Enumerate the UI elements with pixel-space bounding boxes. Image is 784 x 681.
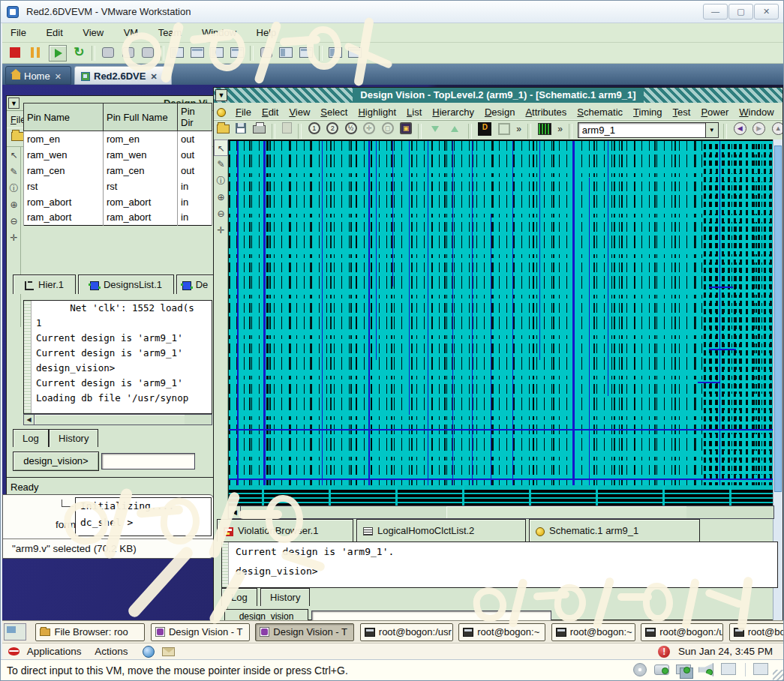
fullscreen-button[interactable] [329, 47, 342, 58]
taskbar-terminal-home-3[interactable]: root@bogon:~ [729, 623, 783, 641]
power-off-button[interactable] [6, 45, 23, 60]
menu-hierarchy[interactable]: Hierarchy [427, 104, 479, 120]
pan-icon[interactable]: ✛ [363, 122, 375, 134]
zoom-full-icon[interactable]: 1 [308, 122, 320, 134]
menu-edit[interactable]: Edit [38, 23, 71, 43]
menu-view[interactable]: View [74, 23, 112, 43]
menu-select[interactable]: Select [315, 104, 353, 120]
power-on-button[interactable] [49, 45, 67, 62]
scrollbar-thumb[interactable] [446, 506, 686, 518]
menu-file[interactable]: File [230, 104, 257, 120]
close-button[interactable]: ✕ [754, 4, 779, 20]
tab-home-close-icon[interactable]: ✕ [55, 72, 62, 81]
tab-hier[interactable]: Hier.1 [13, 274, 76, 294]
scroll-left-icon[interactable]: ◀ [24, 415, 35, 424]
forward-nav-icon[interactable]: ▶ [752, 122, 765, 135]
scrollbar-thumb[interactable] [35, 415, 185, 424]
zoom-out-icon[interactable]: ⊖ [7, 213, 21, 230]
table-row[interactable]: ram_cenram_cenout [24, 163, 212, 178]
zoom-in-icon[interactable]: ⊕ [7, 196, 21, 213]
workspace-switcher[interactable] [4, 623, 26, 640]
menu-view[interactable]: View [284, 104, 315, 120]
col-pin-full-name[interactable]: Pin Full Name [104, 104, 178, 131]
appliance-view-button[interactable] [230, 47, 244, 58]
message-log-icon[interactable] [753, 663, 768, 675]
email-icon[interactable] [162, 647, 175, 656]
info-icon[interactable]: ⓘ [214, 172, 228, 189]
waveform-icon[interactable] [538, 123, 551, 135]
command-input[interactable] [101, 453, 195, 470]
scrollbar-thumb[interactable] [774, 146, 782, 492]
up-nav-icon[interactable]: ▲ [772, 122, 782, 135]
snapshot-button[interactable] [102, 47, 114, 58]
tab-schematic-active[interactable]: Schematic.1 arm9_1 [529, 519, 700, 542]
move-up-icon[interactable] [448, 123, 461, 135]
zoom-half-icon[interactable]: ½ [345, 122, 357, 134]
front-window-titlebar[interactable]: Design Vision - TopLevel.2 (arm9_1) - [S… [214, 88, 782, 103]
console-view-button[interactable] [191, 47, 204, 58]
revert-button[interactable] [122, 47, 134, 58]
menu-design[interactable]: Design [479, 104, 520, 120]
table-row[interactable]: rom_enrom_enout [24, 131, 212, 147]
taskbar-file-browser[interactable]: File Browser: roo [35, 623, 145, 641]
tab-log[interactable]: Log [221, 588, 257, 606]
maximize-button[interactable]: ▢ [728, 4, 753, 20]
back-log-hscrollbar[interactable]: ◀ [23, 414, 212, 425]
edit-pencil-icon[interactable]: ✎ [7, 164, 21, 180]
pan-hand-icon[interactable]: ✛ [214, 222, 228, 238]
toolbar-overflow-icon[interactable]: » [557, 121, 563, 137]
paste-icon[interactable] [282, 122, 292, 134]
zoom-in-icon[interactable]: ⊕ [214, 189, 228, 206]
unity-button[interactable] [260, 47, 272, 58]
edit-pencil-icon[interactable]: ✎ [214, 156, 228, 172]
back-window-menu-button[interactable]: ▼ [8, 98, 20, 109]
tab-log[interactable]: Log [13, 429, 49, 447]
toolbar-overflow-icon[interactable]: » [516, 121, 521, 137]
scroll-left-icon[interactable]: ◀ [229, 506, 241, 518]
taskbar-terminal-usr[interactable]: root@bogon:/usr [360, 623, 453, 641]
chevron-down-icon[interactable]: ▼ [705, 123, 718, 137]
resize-grip[interactable] [773, 670, 783, 680]
pane-splitter[interactable] [24, 301, 32, 413]
minimize-button[interactable]: — [703, 4, 728, 20]
menu-edit[interactable]: Edit [257, 104, 284, 120]
menu-power[interactable]: Power [695, 104, 734, 120]
pane-splitter[interactable] [222, 542, 229, 587]
taskbar-design-vision-2-active[interactable]: Design Vision - T [255, 623, 354, 641]
select-cursor-icon[interactable]: ↖ [214, 140, 228, 156]
info-icon[interactable]: ⓘ [7, 180, 21, 196]
taskbar-terminal-home-2[interactable]: root@bogon:~ [551, 623, 635, 641]
tab-vm-close-icon[interactable]: ✕ [150, 72, 157, 81]
harddisk-icon[interactable] [654, 664, 669, 675]
quick-switch-button[interactable] [348, 47, 362, 58]
pan-hand-icon[interactable]: ✛ [7, 230, 21, 246]
schematic-canvas[interactable] [228, 140, 774, 506]
menu-schematic[interactable]: Schematic [572, 104, 628, 120]
back-nav-icon[interactable]: ◀ [734, 122, 746, 135]
capture-screen-button[interactable] [279, 47, 293, 58]
cdrom-icon[interactable] [633, 663, 647, 676]
menu-attributes[interactable]: Attributes [520, 104, 572, 120]
sound-icon[interactable] [698, 663, 713, 676]
save-icon[interactable] [236, 123, 246, 134]
web-browser-icon[interactable] [143, 646, 155, 658]
front-window-menu-button[interactable]: ▼ [215, 89, 227, 101]
network-icon[interactable] [676, 664, 691, 674]
table-row[interactable]: rstrstin [24, 178, 212, 194]
table-row[interactable]: ram_wenram_wenout [24, 147, 212, 163]
table-row[interactable]: rom_abortrom_abortin [24, 194, 212, 210]
col-pin-dir[interactable]: Pin Dir [178, 104, 212, 131]
tab-vm-red26dvevm[interactable]: Red2.6DVE✕ [74, 66, 172, 85]
tab-violationbrowser[interactable]: ViolationBrowser.1 [217, 519, 353, 542]
menu-team[interactable]: Team [150, 23, 191, 43]
menu-vm[interactable]: VM [116, 23, 147, 43]
menu-test[interactable]: Test [668, 104, 696, 120]
print-icon[interactable] [253, 125, 266, 134]
tab-designslist[interactable]: DesignsList.1 [78, 274, 174, 294]
front-log-pane[interactable]: Current design is 'arm9_1'. design_visio… [221, 542, 778, 588]
taskbar-terminal-home[interactable]: root@bogon:~ [458, 623, 545, 641]
capture-movie-button[interactable] [299, 47, 313, 58]
applications-menu[interactable]: Applications [27, 644, 82, 659]
command-input[interactable] [311, 610, 551, 621]
taskbar-design-vision-1[interactable]: Design Vision - T [151, 623, 250, 641]
